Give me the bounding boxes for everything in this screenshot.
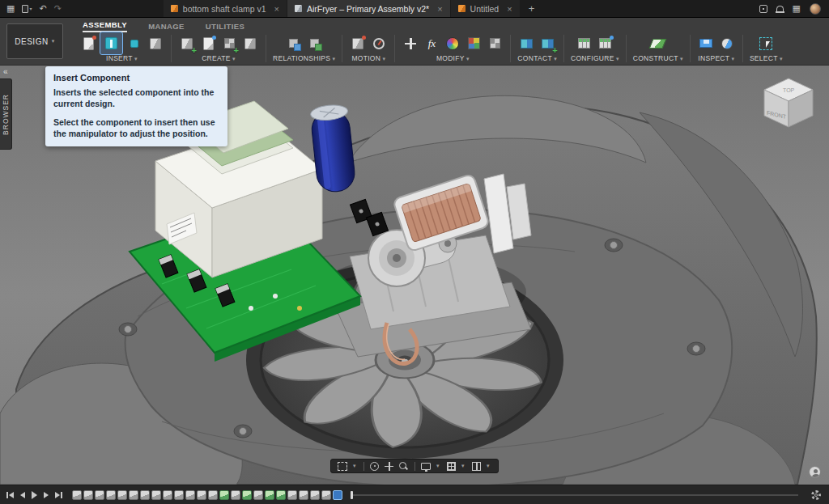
group-label[interactable]: CONSTRUCT <box>633 54 683 65</box>
document-tab[interactable]: bottom shaft clamp v1 <box>164 0 287 17</box>
texture-map-icon[interactable] <box>486 35 504 53</box>
configuration-table-icon[interactable] <box>597 35 614 53</box>
timeline-feature-icon[interactable] <box>333 490 342 500</box>
app-launcher-icon[interactable]: ▦ <box>6 4 15 13</box>
file-menu-icon[interactable]: ▾ <box>22 5 32 13</box>
display-settings-icon[interactable] <box>421 463 431 470</box>
insert-component-icon[interactable] <box>100 32 122 54</box>
timeline-feature-icon[interactable] <box>321 490 331 500</box>
group-label[interactable]: MOTION <box>351 54 385 65</box>
dropdown-caret-icon[interactable] <box>436 462 441 471</box>
timeline-position-marker[interactable] <box>351 491 353 499</box>
corner-avatar-icon[interactable] <box>809 466 821 478</box>
timeline-track[interactable] <box>351 494 798 496</box>
group-label[interactable]: CONFIGURE <box>571 54 619 65</box>
document-tab-active[interactable]: AirFryer – Primary Assembly v2* <box>287 0 450 17</box>
motion-link-icon[interactable] <box>349 35 367 53</box>
step-back-button[interactable] <box>20 490 25 500</box>
timeline-feature-icon[interactable] <box>310 490 320 500</box>
dropdown-caret-icon[interactable] <box>461 462 466 471</box>
close-tab-icon[interactable] <box>507 4 512 14</box>
tab-utilities[interactable]: UTILITIES <box>206 22 244 32</box>
timeline-settings-gear-icon[interactable] <box>810 489 823 502</box>
timeline-feature-icon[interactable] <box>106 490 116 500</box>
redo-icon[interactable]: ↷ <box>54 4 62 13</box>
timeline-feature-icon[interactable] <box>140 490 150 500</box>
group-label[interactable]: SELECT <box>750 54 783 65</box>
appearance-icon[interactable] <box>444 35 461 53</box>
timeline-feature-icon[interactable] <box>265 490 274 500</box>
construct-plane-icon[interactable] <box>649 35 667 53</box>
timeline-feature-icon[interactable] <box>129 490 138 500</box>
step-forward-button[interactable] <box>44 490 49 500</box>
close-tab-icon[interactable] <box>437 4 442 14</box>
select-tool-icon[interactable] <box>755 32 777 54</box>
tab-assembly[interactable]: ASSEMBLY <box>83 20 127 32</box>
insert-into-current-design-icon[interactable] <box>125 35 143 53</box>
undo-icon[interactable]: ↶ <box>39 4 46 13</box>
document-tab[interactable]: Untitled <box>451 0 520 17</box>
browser-collapse-icon[interactable]: « <box>3 67 8 76</box>
timeline-feature-icon[interactable] <box>231 490 240 500</box>
joint-icon[interactable] <box>285 35 303 53</box>
mirror-icon[interactable] <box>241 35 259 53</box>
zoom-icon[interactable] <box>399 462 409 471</box>
timeline-feature-icon[interactable] <box>185 490 195 500</box>
timeline-feature-icon[interactable] <box>219 490 229 500</box>
measure-icon[interactable] <box>697 35 715 53</box>
insert-mcmaster-carr-icon[interactable] <box>147 35 164 53</box>
timeline-feature-icon[interactable] <box>117 490 127 500</box>
parameters-fx-icon[interactable]: fx <box>423 35 440 53</box>
as-built-joint-icon[interactable] <box>306 35 324 53</box>
group-label[interactable]: INSPECT <box>698 54 734 65</box>
dropdown-caret-icon[interactable] <box>487 462 491 471</box>
browser-panel-tab[interactable]: BROWSER <box>0 78 12 150</box>
new-component-icon[interactable] <box>178 35 196 53</box>
timeline-feature-icon[interactable] <box>208 490 218 500</box>
notifications-bell-icon[interactable] <box>776 6 784 12</box>
create-drawing-icon[interactable] <box>199 35 217 53</box>
move-copy-icon[interactable] <box>402 35 419 53</box>
view-cube[interactable]: TOP FRONT <box>756 70 821 137</box>
pattern-icon[interactable] <box>220 35 238 53</box>
close-tab-icon[interactable] <box>274 4 279 14</box>
extensions-icon[interactable] <box>759 5 767 13</box>
timeline-feature-icon[interactable] <box>287 490 297 500</box>
derive-icon[interactable] <box>79 35 97 53</box>
timeline-feature-icon[interactable] <box>276 490 286 500</box>
pan-icon[interactable] <box>385 462 393 471</box>
section-analysis-icon[interactable] <box>718 35 736 53</box>
timeline-feature-icon[interactable] <box>197 490 206 500</box>
grid-and-snaps-icon[interactable] <box>447 462 456 471</box>
timeline-feature-icon[interactable] <box>151 490 161 500</box>
group-label[interactable]: RELATIONSHIPS <box>273 54 335 65</box>
timeline-feature-icon[interactable] <box>253 490 263 500</box>
timeline-feature-icon[interactable] <box>72 490 82 500</box>
dropdown-caret-icon[interactable] <box>353 462 358 471</box>
user-avatar[interactable] <box>810 3 821 15</box>
group-label[interactable]: CONTACT <box>517 54 557 65</box>
orbit-icon[interactable] <box>370 462 379 471</box>
timeline-feature-icon[interactable] <box>95 490 104 500</box>
configure-icon[interactable] <box>576 35 593 53</box>
go-to-start-button[interactable] <box>6 490 14 500</box>
tab-manage[interactable]: MANAGE <box>148 22 185 32</box>
motion-study-icon[interactable] <box>370 35 388 53</box>
apps-grid-icon[interactable]: ▦ <box>793 4 801 13</box>
manage-materials-icon[interactable] <box>465 35 483 53</box>
marking-menu-icon[interactable] <box>338 462 347 471</box>
workspace-selector[interactable]: DESIGN▾ <box>6 23 63 59</box>
viewports-icon[interactable] <box>472 462 481 471</box>
new-document-button[interactable]: + <box>521 0 543 17</box>
group-label[interactable]: CREATE <box>202 54 236 65</box>
enable-contact-sets-icon[interactable] <box>518 35 536 53</box>
timeline-feature-icon[interactable] <box>242 490 252 500</box>
go-to-end-button[interactable] <box>55 490 62 500</box>
timeline-feature-icon[interactable] <box>83 490 93 500</box>
group-label[interactable]: INSERT <box>106 54 138 65</box>
timeline-feature-icon[interactable] <box>163 490 172 500</box>
play-button[interactable] <box>32 490 37 500</box>
group-label[interactable]: MODIFY <box>436 54 470 65</box>
timeline-feature-icon[interactable] <box>299 490 308 500</box>
new-contact-set-icon[interactable] <box>539 35 557 53</box>
